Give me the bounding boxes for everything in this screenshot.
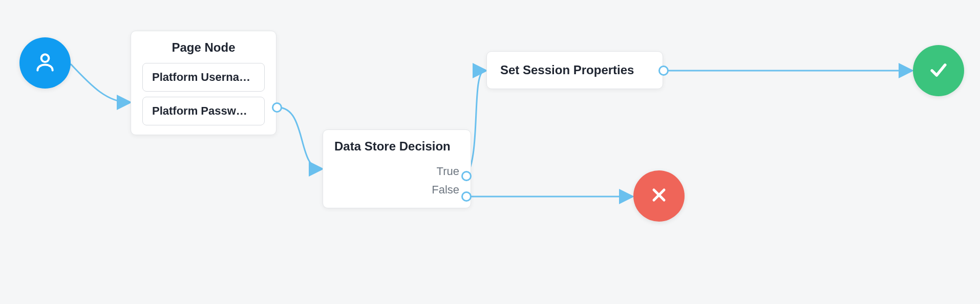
user-icon [34, 51, 56, 75]
decision-false-port[interactable] [461, 191, 472, 202]
svg-point-0 [41, 54, 49, 62]
success-node[interactable] [913, 45, 964, 96]
outcome-true-label: True [437, 165, 459, 178]
outcome-false-label: False [432, 183, 459, 197]
page-node-output-port[interactable] [272, 102, 282, 113]
field-password[interactable]: Platform Passw… [142, 97, 265, 125]
session-output-port[interactable] [658, 66, 669, 76]
flow-canvas: Page Node Platform Userna… Platform Pass… [0, 0, 980, 304]
decision-true-port[interactable] [461, 171, 472, 181]
page-node-title: Page Node [142, 40, 265, 55]
cross-icon [649, 185, 669, 207]
session-title: Set Session Properties [500, 63, 649, 77]
field-username[interactable]: Platform Userna… [142, 63, 265, 92]
failure-node[interactable] [633, 170, 685, 222]
outcome-false: False [334, 183, 459, 197]
start-node[interactable] [19, 37, 71, 89]
page-node[interactable]: Page Node Platform Userna… Platform Pass… [131, 31, 276, 135]
outcome-true: True [334, 165, 459, 178]
session-node[interactable]: Set Session Properties [486, 51, 663, 89]
decision-title: Data Store Decision [334, 139, 459, 154]
decision-node[interactable]: Data Store Decision True False [323, 129, 471, 208]
check-icon [927, 58, 950, 83]
